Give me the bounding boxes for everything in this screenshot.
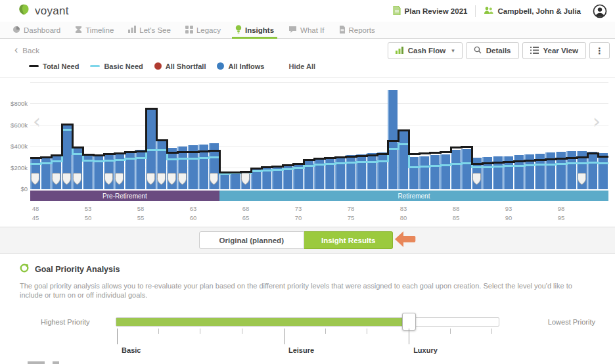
chart-plot-area[interactable]: ‹ › [30,78,608,189]
inflow-bar[interactable] [304,159,313,189]
priority-slider-track[interactable] [116,317,499,327]
legend-label: All Shortfall [166,62,206,70]
chart-type-dropdown[interactable]: Cash Flow ▾ [388,42,463,59]
client-selector[interactable]: Campbell, John & Julia [484,7,581,16]
inflow-bar[interactable] [461,149,471,189]
top-bar: voyant Plan Review 2021 Campbell, John &… [0,0,615,22]
gridline [30,103,608,104]
inflow-bar[interactable] [419,156,429,189]
inflow-bar[interactable] [356,154,366,189]
inflow-bar[interactable] [409,157,419,189]
legend-item-all-shortfall[interactable]: All Shortfall [154,62,206,70]
protection-shield-icon[interactable] [115,173,124,188]
client-name: Campbell, John & Julia [497,7,581,15]
total-need-line [114,152,125,154]
plan-document-icon [393,6,401,16]
nav-tab-lets-see[interactable]: Let's See [121,22,178,38]
inflow-bar[interactable] [598,153,608,189]
nav-tab-what-if[interactable]: What If [281,22,331,38]
gridline [30,146,608,147]
basic-need-line [576,162,588,164]
total-need-line [135,150,147,152]
inflow-bar[interactable] [335,156,345,189]
priority-level-luxury: Luxury [413,346,438,354]
back-button[interactable]: ‹ Back [14,47,39,55]
inflow-bar[interactable] [451,150,461,189]
y-axis-label: $800k [1,100,28,107]
basic-need-line [261,170,273,171]
chart-scroll-right-icon[interactable]: › [593,112,601,131]
protection-shield-icon[interactable] [31,173,39,188]
dashboard-icon [12,26,20,35]
protection-shield-icon[interactable] [472,173,481,188]
inflow-bar[interactable] [314,158,324,189]
total-need-line [219,171,231,173]
total-need-line [261,166,273,168]
nav-tab-label: Reports [349,26,375,34]
basic-need-line [366,161,378,163]
insight-results-button[interactable]: Insight Results [304,231,393,249]
protection-shield-icon[interactable] [168,173,176,188]
total-need-line [408,129,410,155]
plan-name: Plan Review 2021 [405,7,468,15]
year-view-button[interactable]: Year View [522,42,587,59]
inflow-bar[interactable] [377,152,387,189]
legend-item-basic-need[interactable]: Basic Need [90,62,143,70]
chevron-down-icon: ▾ [451,47,455,54]
details-button[interactable]: Details [466,42,519,59]
inflow-bar[interactable] [367,153,376,189]
protection-shield-icon[interactable] [578,173,586,188]
protection-shield-icon[interactable] [157,173,166,188]
inflow-bar[interactable] [346,155,355,189]
protection-shield-icon[interactable] [178,173,187,188]
inflow-bar[interactable] [230,173,240,189]
protection-shield-icon[interactable] [210,173,218,188]
protection-shield-icon[interactable] [62,173,71,188]
basic-need-line [177,158,189,160]
inflow-bar[interactable] [587,152,597,189]
gridline [30,125,608,125]
total-need-line [597,156,609,158]
nav-tab-insights[interactable]: Insights [228,22,281,38]
legend-item-total-need[interactable]: Total Need [29,62,79,70]
plan-selector[interactable]: Plan Review 2021 [393,6,468,16]
legend-label: Total Need [43,62,79,70]
more-options-button[interactable]: ⋮ [589,42,610,59]
legend-item-all-inflows[interactable]: All Inflows [217,62,264,70]
protection-shield-icon[interactable] [52,173,60,188]
y-axis-label: $0 [1,185,28,193]
voyant-logo[interactable]: voyant [17,3,69,19]
chart-scroll-left-icon[interactable]: ‹ [33,112,41,131]
basic-need-line [135,157,147,159]
nav-tab-reports[interactable]: Reports [332,22,382,38]
goal-priority-section: Goal Priority Analysis The goal priority… [0,254,615,357]
insight-pointer-arrow-icon [394,231,416,250]
protection-shield-icon[interactable] [241,173,250,188]
age-label-older: 73 [295,205,302,212]
total-need-line [440,151,451,153]
total-need-line [334,156,346,158]
nav-tab-timeline[interactable]: Timeline [68,22,121,38]
total-need-line [461,146,472,148]
protection-shield-icon[interactable] [104,173,113,188]
hide-all-button[interactable]: Hide All [288,62,315,70]
protection-shield-icon[interactable] [73,173,81,188]
account-icon [593,4,607,18]
original-planned-button[interactable]: Original (planned) [199,231,304,249]
inflow-bar[interactable] [398,131,408,189]
account-button[interactable] [593,4,607,18]
inflow-bar[interactable] [440,154,450,189]
inflow-bar[interactable] [430,155,440,189]
total-need-line [93,154,104,156]
basic-need-line [566,162,578,164]
nav-tab-dashboard[interactable]: Dashboard [5,22,68,38]
partial-next-section [28,361,59,364]
inflow-bar[interactable] [325,157,334,189]
inflow-bar[interactable] [219,173,229,189]
inflow-bar[interactable] [135,150,145,189]
age-axis: 4845535058556360686573707875838088859390… [30,204,608,223]
inflow-bar[interactable] [388,90,398,189]
protection-shield-icon[interactable] [147,173,155,188]
nav-tab-legacy[interactable]: Legacy [178,22,228,38]
priority-minor-tick [242,329,242,334]
